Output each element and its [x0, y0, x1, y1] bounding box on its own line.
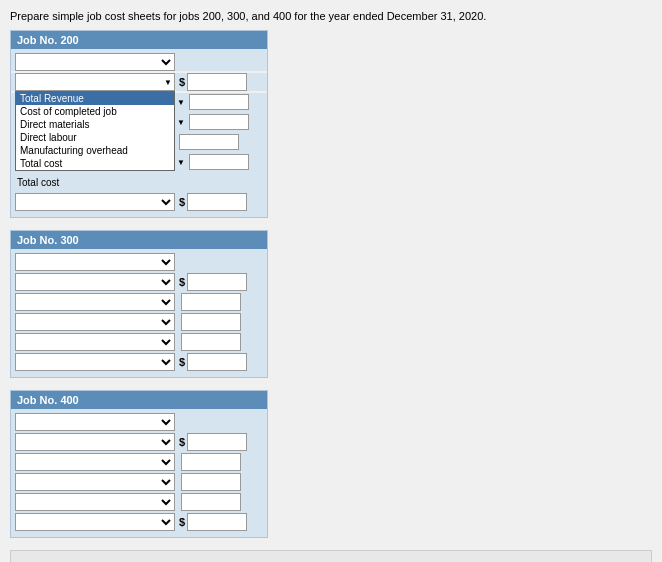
job-400-row-3 — [15, 473, 263, 491]
dropdown-item-direct-labour[interactable]: Direct labour — [16, 131, 174, 144]
dropdown-item-mfg-overhead[interactable]: Manufacturing overhead — [16, 144, 174, 157]
job-200-input-overhead[interactable] — [189, 154, 249, 170]
job-300-last-select[interactable] — [15, 353, 175, 371]
job-200-input-labour[interactable] — [179, 134, 239, 150]
job-300-row-4 — [15, 333, 263, 351]
job-200-top-select[interactable] — [15, 53, 175, 71]
instruction-text: Prepare simple job cost sheets for jobs … — [10, 10, 652, 22]
dropdown-item-direct-materials[interactable]: Direct materials — [16, 118, 174, 131]
job-300-row-2 — [15, 293, 263, 311]
job-300-top-row — [15, 253, 263, 271]
job-300-select-4[interactable] — [15, 333, 175, 351]
job-400-dollar-last: $ — [179, 516, 185, 528]
job-200-open-dropdown-row: ▼ Total Revenue Cost of completed job Di… — [15, 73, 263, 91]
job-200-dollar-last: $ — [179, 196, 185, 208]
job-400-input-1[interactable] — [187, 433, 247, 451]
job-200-section: Job No. 200 ▼ Total Revenue Cost of comp… — [10, 30, 268, 218]
job-400-select-3[interactable] — [15, 473, 175, 491]
dropdown-item-total-cost[interactable]: Total cost — [16, 157, 174, 170]
job-300-row-1: $ — [15, 273, 263, 291]
job-200-input-1[interactable] — [187, 73, 247, 91]
job-200-input-materials[interactable] — [189, 114, 249, 130]
job-300-input-1[interactable] — [187, 273, 247, 291]
dropdown-item-total-revenue[interactable]: Total Revenue — [16, 92, 174, 105]
job-400-section: Job No. 400 $ $ — [10, 390, 268, 538]
job-200-dropdown-trigger[interactable]: ▼ — [15, 73, 175, 91]
job-200-header: Job No. 200 — [11, 31, 267, 49]
job-400-dollar-1: $ — [179, 436, 185, 448]
job-300-header: Job No. 300 — [11, 231, 267, 249]
materials-chevron-icon: ▼ — [177, 118, 185, 127]
job-300-select-3[interactable] — [15, 313, 175, 331]
job-400-last-select[interactable] — [15, 513, 175, 531]
cost-chevron-icon: ▼ — [177, 98, 185, 107]
job-300-select-1[interactable] — [15, 273, 175, 291]
job-400-row-1: $ — [15, 433, 263, 451]
bottom-bar — [10, 550, 652, 562]
job-300-dollar-last: $ — [179, 356, 185, 368]
job-400-select-4[interactable] — [15, 493, 175, 511]
job-400-row-2 — [15, 453, 263, 471]
job-300-top-select[interactable] — [15, 253, 175, 271]
job-200-label-total-cost: Total cost — [15, 177, 175, 188]
job-300-input-4[interactable] — [181, 333, 241, 351]
job-400-row-4 — [15, 493, 263, 511]
job-300-dollar-1: $ — [179, 276, 185, 288]
job-200-input-last[interactable] — [187, 193, 247, 211]
job-400-input-3[interactable] — [181, 473, 241, 491]
job-400-input-last[interactable] — [187, 513, 247, 531]
job-300-input-3[interactable] — [181, 313, 241, 331]
job-300-row-3 — [15, 313, 263, 331]
dropdown-item-cost-completed[interactable]: Cost of completed job — [16, 105, 174, 118]
job-400-input-4[interactable] — [181, 493, 241, 511]
job-400-top-row — [15, 413, 263, 431]
job-200-last-row: $ — [15, 193, 263, 211]
job-200-top-dropdown-row — [15, 53, 263, 71]
job-400-select-1[interactable] — [15, 433, 175, 451]
job-300-input-last[interactable] — [187, 353, 247, 371]
job-200-input-cost[interactable] — [189, 94, 249, 110]
job-400-header: Job No. 400 — [11, 391, 267, 409]
job-300-select-2[interactable] — [15, 293, 175, 311]
job-200-dollar-1: $ — [179, 76, 185, 88]
job-400-top-select[interactable] — [15, 413, 175, 431]
dropdown-chevron-icon: ▼ — [164, 78, 172, 87]
job-200-open-dropdown[interactable]: ▼ Total Revenue Cost of completed job Di… — [15, 73, 175, 91]
job-300-input-2[interactable] — [181, 293, 241, 311]
job-300-section: Job No. 300 $ $ — [10, 230, 268, 378]
job-400-select-2[interactable] — [15, 453, 175, 471]
job-200-row-total-cost: Total cost — [15, 173, 263, 191]
job-200-dropdown-list: Total Revenue Cost of completed job Dire… — [15, 91, 175, 171]
job-400-input-2[interactable] — [181, 453, 241, 471]
job-300-last-row: $ — [15, 353, 263, 371]
job-200-last-select[interactable] — [15, 193, 175, 211]
overhead-chevron-icon: ▼ — [177, 158, 185, 167]
job-400-last-row: $ — [15, 513, 263, 531]
